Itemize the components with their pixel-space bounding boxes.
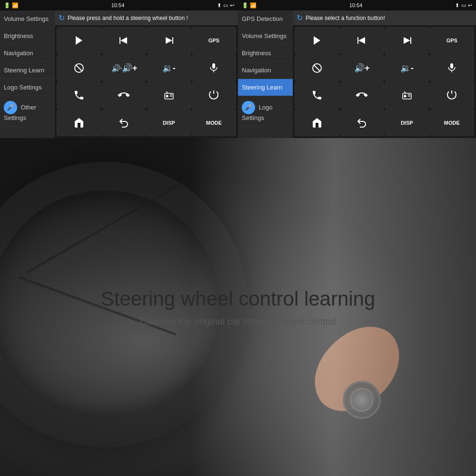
mic-button[interactable] bbox=[192, 55, 237, 82]
hangup-button[interactable] bbox=[102, 82, 147, 109]
sidebar-item-other[interactable]: 🎤 Other Settings bbox=[0, 96, 55, 127]
left-screen: 🔋 📶 10:54 ⬆ ▭ ↩ Volume Settings Brightne… bbox=[0, 0, 238, 138]
right-sidebar-logo[interactable]: 🎤 Logo Settings bbox=[238, 96, 293, 127]
left-status-icons: 🔋 📶 bbox=[4, 2, 19, 9]
left-instruction-text: Please press and hold a steering wheel b… bbox=[68, 15, 188, 21]
r-volup-button[interactable]: 🔊+ bbox=[340, 55, 385, 82]
svg-marker-15 bbox=[314, 36, 320, 45]
sub-title: Can use the original car steering wheel … bbox=[101, 316, 376, 327]
right-back-icon: ↩ bbox=[468, 2, 472, 9]
disp-button[interactable]: DISP bbox=[147, 109, 191, 137]
right-time: 10:54 bbox=[349, 2, 363, 8]
right-right-icons: ⬆ ▭ ↩ bbox=[455, 2, 472, 9]
r-phone-button[interactable] bbox=[295, 82, 339, 109]
svg-rect-19 bbox=[410, 37, 411, 44]
sidebar-item-logo[interactable]: Logo Settings bbox=[0, 79, 55, 96]
r-radio-button[interactable] bbox=[385, 82, 429, 109]
r-disp-button[interactable]: DISP bbox=[385, 109, 429, 137]
refresh-icon[interactable]: ↻ bbox=[59, 13, 65, 22]
svg-marker-0 bbox=[76, 36, 82, 45]
r-voldown-button[interactable]: 🔉- bbox=[385, 55, 429, 82]
battery-icon: 🔋 bbox=[4, 2, 10, 9]
sidebar-item-brightness[interactable]: Brightness bbox=[0, 28, 55, 45]
back2-button[interactable] bbox=[102, 109, 147, 137]
left-main-area: ↻ Please press and hold a steering wheel… bbox=[55, 10, 238, 138]
r-gps-button[interactable]: GPS bbox=[430, 27, 475, 54]
svg-rect-17 bbox=[357, 37, 358, 44]
power-button[interactable] bbox=[192, 82, 237, 109]
r-noentry-button[interactable] bbox=[295, 55, 339, 82]
svg-point-25 bbox=[404, 95, 406, 97]
r-play-button[interactable] bbox=[295, 27, 339, 54]
gps-button-1[interactable]: GPS bbox=[192, 27, 237, 54]
home-button[interactable] bbox=[57, 109, 101, 137]
left-button-grid: GPS 🔊+ 🔊+ 🔉- bbox=[55, 25, 238, 138]
text-overlay: Steering wheel control learning Can use … bbox=[101, 288, 376, 327]
right-sidebar-steering[interactable]: Steering Learn bbox=[238, 79, 293, 96]
r-home-button[interactable] bbox=[295, 109, 339, 137]
r-mic-button[interactable] bbox=[430, 55, 475, 82]
r-prev-button[interactable] bbox=[340, 27, 385, 54]
right-main-area: ↻ Please select a function button! GPS bbox=[293, 10, 476, 138]
r-mode-button[interactable]: MODE bbox=[430, 109, 475, 137]
left-time: 10:54 bbox=[111, 2, 125, 8]
right-sidebar-gps[interactable]: GPS Detection bbox=[238, 10, 293, 28]
svg-rect-2 bbox=[119, 37, 120, 44]
left-sidebar: Volume Settings Brightness Navigation St… bbox=[0, 10, 55, 138]
noentry-button[interactable] bbox=[57, 55, 101, 82]
main-title: Steering wheel control learning bbox=[101, 288, 376, 310]
volup-button[interactable]: 🔊+ 🔊+ bbox=[102, 55, 147, 82]
steering-photo-section: Steering wheel control learning Can use … bbox=[0, 138, 476, 476]
svg-rect-8 bbox=[212, 63, 215, 69]
back-icon: ↩ bbox=[230, 2, 234, 9]
r-next-button[interactable] bbox=[385, 27, 429, 54]
sidebar-item-navigation[interactable]: Navigation bbox=[0, 45, 55, 62]
sidebar-item-volume[interactable]: Volume Settings bbox=[0, 10, 55, 28]
svg-text:🔊+: 🔊+ bbox=[111, 64, 122, 73]
svg-marker-3 bbox=[166, 37, 172, 44]
right-sidebar-brightness[interactable]: Brightness bbox=[238, 45, 293, 62]
right-signal-icon: 📶 bbox=[250, 2, 257, 9]
svg-marker-18 bbox=[404, 37, 410, 44]
logo-mic-icon: 🎤 bbox=[242, 101, 255, 114]
phone-button[interactable] bbox=[57, 82, 101, 109]
svg-rect-22 bbox=[450, 63, 453, 69]
right-button-grid: GPS 🔊+ 🔉- bbox=[293, 25, 476, 138]
chevron-up-icon: ⬆ bbox=[217, 2, 221, 9]
radio-button[interactable] bbox=[147, 82, 191, 109]
next-button[interactable] bbox=[147, 27, 191, 54]
voldown-button[interactable]: 🔉- bbox=[147, 55, 191, 82]
svg-line-6 bbox=[76, 65, 82, 71]
right-sidebar-volume[interactable]: Volume Settings bbox=[238, 28, 293, 45]
r-back2-button[interactable] bbox=[340, 109, 385, 137]
right-screen: 🔋 📶 10:54 ⬆ ▭ ↩ GPS Detection Volume Set… bbox=[238, 0, 476, 138]
left-status-bar: 🔋 📶 10:54 ⬆ ▭ ↩ bbox=[0, 0, 238, 10]
cast-icon: ▭ bbox=[223, 2, 228, 9]
right-cast-icon: ▭ bbox=[461, 2, 466, 9]
right-chevron-icon: ⬆ bbox=[455, 2, 459, 9]
svg-point-11 bbox=[166, 95, 168, 97]
signal-icon: 📶 bbox=[12, 2, 19, 9]
r-hangup-button[interactable] bbox=[340, 82, 385, 109]
right-instruction-bar: ↻ Please select a function button! bbox=[293, 10, 476, 25]
right-status-icons: ⬆ ▭ ↩ bbox=[217, 2, 234, 9]
sidebar-item-steering[interactable]: Steering Learn bbox=[0, 62, 55, 79]
right-refresh-icon[interactable]: ↻ bbox=[297, 13, 303, 22]
prev-button[interactable] bbox=[102, 27, 147, 54]
r-power-button[interactable] bbox=[430, 82, 475, 109]
mic-circle-icon: 🎤 bbox=[4, 101, 17, 114]
right-instruction-text: Please select a function button! bbox=[306, 15, 385, 21]
play-button[interactable] bbox=[57, 27, 101, 54]
left-instruction-bar: ↻ Please press and hold a steering wheel… bbox=[55, 10, 238, 25]
svg-line-21 bbox=[314, 65, 320, 71]
svg-marker-16 bbox=[358, 37, 365, 44]
mode-button[interactable]: MODE bbox=[192, 109, 237, 137]
right-sidebar: GPS Detection Volume Settings Brightness… bbox=[238, 10, 293, 138]
right-left-icons: 🔋 📶 bbox=[242, 2, 257, 9]
right-status-bar: 🔋 📶 10:54 ⬆ ▭ ↩ bbox=[238, 0, 476, 10]
right-battery-icon: 🔋 bbox=[242, 2, 248, 9]
svg-marker-1 bbox=[120, 37, 127, 44]
right-sidebar-navigation[interactable]: Navigation bbox=[238, 62, 293, 79]
svg-rect-4 bbox=[172, 37, 173, 44]
